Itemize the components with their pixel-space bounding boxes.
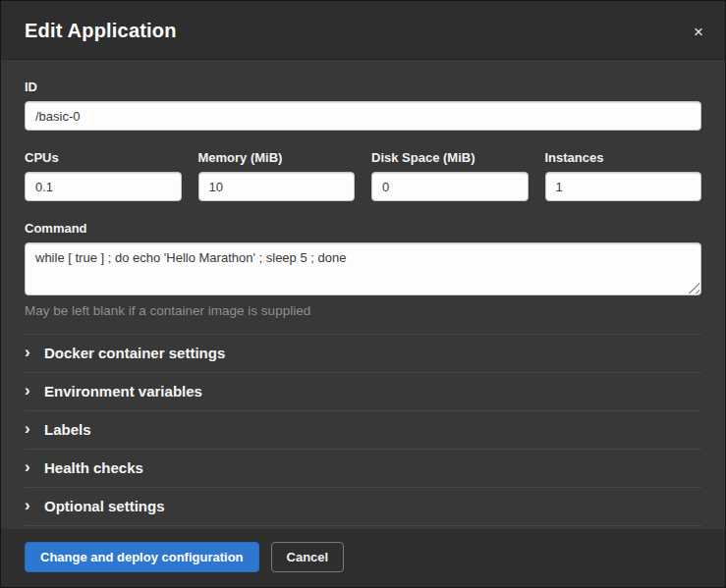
cpus-input[interactable] xyxy=(25,172,182,201)
section-label: Optional settings xyxy=(44,498,165,514)
section-labels[interactable]: › Labels xyxy=(25,411,701,450)
section-label: Labels xyxy=(44,421,91,438)
section-health-checks[interactable]: › Health checks xyxy=(25,450,701,488)
modal-body: ID CPUs Memory (MiB) Disk Space (MiB) In… xyxy=(1,60,725,529)
id-field-group: ID xyxy=(25,80,701,131)
modal-footer: Change and deploy configuration Cancel xyxy=(1,529,725,587)
id-input[interactable] xyxy=(25,101,701,131)
command-field-group: Command while [ true ] ; do echo 'Hello … xyxy=(25,221,701,318)
cpus-field-group: CPUs xyxy=(25,150,182,201)
edit-application-modal: Edit Application × ID CPUs Memory (MiB) … xyxy=(0,0,726,588)
command-textarea-wrap: while [ true ] ; do echo 'Hello Marathon… xyxy=(25,242,701,295)
section-label: Docker container settings xyxy=(44,345,225,361)
chevron-right-icon: › xyxy=(25,458,44,475)
disk-field-group: Disk Space (MiB) xyxy=(371,150,529,201)
command-textarea[interactable]: while [ true ] ; do echo 'Hello Marathon… xyxy=(25,242,701,295)
command-label: Command xyxy=(25,221,701,236)
modal-title: Edit Application xyxy=(25,20,177,42)
memory-field-group: Memory (MiB) xyxy=(198,150,356,201)
id-label: ID xyxy=(25,80,701,94)
instances-label: Instances xyxy=(545,150,702,165)
chevron-right-icon: › xyxy=(25,344,44,360)
modal-header: Edit Application × xyxy=(1,1,725,60)
instances-input[interactable] xyxy=(545,172,702,201)
collapsible-sections: › Docker container settings › Environmen… xyxy=(25,334,701,526)
chevron-right-icon: › xyxy=(25,497,44,513)
section-environment-variables[interactable]: › Environment variables xyxy=(25,373,701,411)
section-label: Environment variables xyxy=(44,383,202,400)
section-optional-settings[interactable]: › Optional settings xyxy=(25,488,701,526)
memory-input[interactable] xyxy=(198,172,356,201)
section-label: Health checks xyxy=(44,459,143,476)
disk-input[interactable] xyxy=(371,172,529,201)
disk-label: Disk Space (MiB) xyxy=(371,150,529,165)
change-and-deploy-button[interactable]: Change and deploy configuration xyxy=(25,542,259,572)
cpus-label: CPUs xyxy=(25,150,182,165)
close-icon[interactable]: × xyxy=(686,20,711,44)
cancel-button[interactable]: Cancel xyxy=(271,542,345,572)
section-docker-container-settings[interactable]: › Docker container settings xyxy=(25,335,701,373)
resources-row: CPUs Memory (MiB) Disk Space (MiB) Insta… xyxy=(25,150,701,201)
chevron-right-icon: › xyxy=(25,420,44,437)
command-help-text: May be left blank if a container image i… xyxy=(25,303,701,318)
instances-field-group: Instances xyxy=(545,150,702,201)
memory-label: Memory (MiB) xyxy=(198,150,356,165)
chevron-right-icon: › xyxy=(25,382,44,399)
